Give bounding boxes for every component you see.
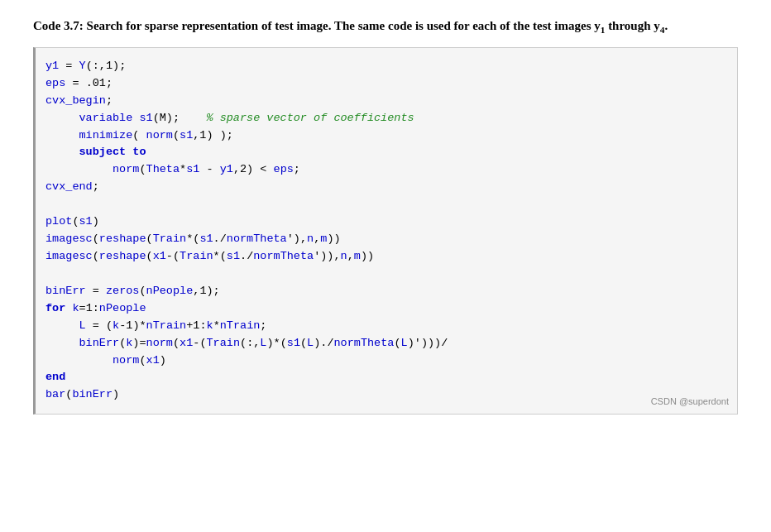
code-line-8: cvx_end; [45,179,724,196]
code-line-19: end [45,369,724,386]
code-line-17: binErr(k)=norm(x1-(Train(:,L)*(s1(L)./no… [45,335,724,352]
code-line-7: norm(Theta*s1 - y1,2) < eps; [45,161,724,179]
caption: Code 3.7: Search for sparse representati… [33,17,738,37]
code-line-20: bar(binErr) [45,386,724,404]
code-block: y1 = Y(:,1); eps = .01; cvx_begin; varia… [33,47,738,415]
code-line-2: eps = .01; [45,75,724,93]
code-line-15: for k=1:nPeople [45,300,724,318]
code-line-18: norm(x1) [45,352,724,370]
page-container: Code 3.7: Search for sparse representati… [33,17,738,415]
code-line-16: L = (k-1)*nTrain+1:k*nTrain; [45,318,724,335]
code-line-10: plot(s1) [45,213,724,231]
code-line-blank1 [45,196,724,213]
code-line-5: minimize( norm(s1,1) ); [45,127,724,145]
code-line-6: subject to [45,144,724,161]
code-line-1: y1 = Y(:,1); [45,58,724,75]
code-line-4: variable s1(M); % sparse vector of coeff… [45,110,724,127]
caption-label: Code 3.7: Search for sparse representati… [33,19,668,32]
code-line-blank2 [45,266,724,283]
code-line-3: cvx_begin; [45,93,724,110]
watermark: CSDN @superdont [651,395,729,409]
code-line-14: binErr = zeros(nPeople,1); [45,283,724,300]
code-line-11: imagesc(reshape(Train*(s1./normTheta'),n… [45,231,724,248]
code-line-12: imagesc(reshape(x1-(Train*(s1./normTheta… [45,248,724,266]
